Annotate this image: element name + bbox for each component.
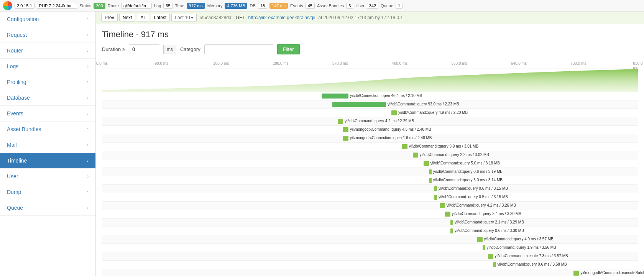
timeline-bar [477, 237, 483, 242]
next-button[interactable]: Next [119, 14, 136, 21]
timeline-bar-row: yii\db\Command::query 4.2 ms / 2.29 MB [102, 117, 638, 126]
timeline-bar-row: yii\db\Command::query 0.6 ms / 3.30 MB [102, 227, 638, 235]
infobar-nav: Prev Next All Latest Last 10 ▾ [101, 14, 197, 21]
status-value: 200 [94, 3, 105, 9]
sidebar-item-router[interactable]: Router› [0, 43, 95, 59]
sidebar-item-asset-bundles[interactable]: Asset Bundles› [0, 122, 95, 137]
timeline-bar-row: yii\db\Command::query 4.9 ms / 2.20 MB [102, 109, 638, 117]
sidebar-item-label: Configuration [7, 16, 39, 22]
status-label: Status [79, 3, 91, 8]
sidebar-item-label: Request [7, 32, 27, 38]
timeline-bar-row: yii\db\Command::query 5.0 ms / 3.18 MB [102, 159, 638, 168]
bar-label: yii\db\Command::query 4.9 ms / 2.20 MB [398, 110, 468, 115]
category-input[interactable] [204, 44, 273, 54]
bar-label: yii\db\Command::execute 7.3 ms / 3.57 MB [495, 254, 568, 258]
chevron-right-icon: › [87, 189, 89, 195]
ruler-mark-5: 460.0 ms [392, 61, 407, 66]
sidebar-item-label: Mail [7, 142, 17, 148]
bar-label: yii\db\Command::query 4.0 ms / 3.57 MB [484, 237, 554, 241]
latest-button[interactable]: Latest [151, 14, 170, 21]
request-hash: 5f5cae3a828da: [200, 15, 233, 20]
timeline-bar-row: yii\db\Command::query 93.0 ms / 2.23 MB [102, 100, 638, 109]
sidebar-item-dump[interactable]: Dump› [0, 184, 95, 200]
timeline-bar [322, 94, 348, 99]
bar-label: yii\db\Connection::open 46.4 ms / 2.10 M… [350, 94, 422, 98]
php-badge: PHP 7.2.24-0ubu... [37, 3, 77, 9]
sidebar-item-logs[interactable]: Logs› [0, 59, 95, 74]
timeline-bar-row: yii\mongodb\Command::executeBatch 4.9 ms… [102, 269, 638, 276]
route-label: Route [108, 3, 119, 8]
timeline-bar [434, 186, 437, 191]
sidebar-item-events[interactable]: Events› [0, 106, 95, 122]
sidebar-item-profiling[interactable]: Profiling› [0, 74, 95, 90]
timeline-bar-row: yii\db\Command::query 0.6 ms / 3.58 MB [102, 261, 638, 269]
chevron-right-icon: › [87, 111, 89, 116]
category-label: Category [180, 46, 200, 52]
sidebar-item-label: Dump [7, 189, 21, 195]
user-label: User [355, 3, 364, 8]
db-value: 18 [258, 3, 267, 9]
bar-label: yii\db\Command::query 0.5 ms / 3.15 MB [439, 195, 508, 199]
timeline-bar-row: yii\db\Command::execute 7.3 ms / 3.57 MB [102, 252, 638, 261]
timeline-ruler: 0.0 ms90.0 ms180.0 ms280.0 ms370.0 ms460… [102, 61, 638, 69]
ruler-mark-1: 90.0 ms [155, 61, 169, 66]
sidebar-item-request[interactable]: Request› [0, 27, 95, 43]
timeline-bar [440, 203, 445, 208]
ruler-mark-3: 280.0 ms [273, 61, 288, 66]
sidebar-item-configuration[interactable]: Configuration› [0, 12, 95, 27]
sidebar-item-label: Router [7, 48, 23, 54]
sidebar-item-label: Asset Bundles [7, 126, 41, 132]
chevron-right-icon: › [87, 48, 89, 53]
sidebar-item-timeline[interactable]: Timeline› [0, 153, 95, 169]
chevron-right-icon: › [87, 64, 89, 69]
sidebar: Configuration›Request›Router›Logs›Profil… [0, 12, 96, 276]
memory-value: 4.736 MB [225, 3, 247, 9]
last10-dropdown[interactable]: Last 10 ▾ [171, 14, 196, 21]
version-badge: 2.0.15.1 [15, 3, 34, 9]
bar-label: yii\db\Command::query 0.6 ms / 3.15 MB [439, 186, 508, 191]
sidebar-item-user[interactable]: User› [0, 169, 95, 184]
ruler-mark-2: 180.0 ms [213, 61, 229, 66]
chevron-right-icon: › [87, 158, 89, 163]
time-label: Time [175, 3, 184, 8]
bar-label: yii\db\Command::query 4.2 ms / 2.29 MB [345, 119, 414, 123]
memory-label: Memory [207, 3, 223, 8]
ruler-mark-8: 730.0 ms [570, 61, 586, 66]
timeline-bar [450, 228, 453, 233]
chevron-right-icon: › [87, 174, 89, 179]
timeline-bar-row: yii\db\Command::query 3.4 ms / 3.30 MB [102, 210, 638, 219]
ruler-mark-0: 0.0 ms [96, 61, 108, 66]
sidebar-item-label: Timeline [7, 158, 27, 164]
sidebar-item-label: Logs [7, 63, 18, 69]
sidebar-item-label: User [7, 173, 18, 179]
request-method: GET [236, 15, 245, 20]
chevron-right-icon: › [87, 142, 89, 148]
timeline-bar [338, 119, 343, 124]
request-url: http://yii2-example.geekbrains/gii [248, 15, 315, 20]
prev-button[interactable]: Prev [101, 14, 118, 21]
main-layout: Configuration›Request›Router›Logs›Profil… [0, 12, 644, 276]
sidebar-item-mail[interactable]: Mail› [0, 137, 95, 153]
ruler-mark-7: 640.0 ms [511, 61, 527, 66]
log-value: 65 [163, 3, 172, 9]
db-label: DB [250, 3, 255, 8]
events-label: Events [290, 3, 303, 8]
timeline-bar [343, 127, 348, 132]
timeline-bar [493, 262, 496, 267]
events-value: 45 [306, 3, 315, 9]
timeline-inner: 0.0 ms90.0 ms180.0 ms280.0 ms370.0 ms460… [96, 61, 644, 276]
all-button[interactable]: All [137, 14, 149, 21]
filter-button[interactable]: Filter [277, 44, 300, 54]
timeline-bar-row: yii\mongodb\Command::query 4.5 ms / 2.48… [102, 126, 638, 134]
timeline-bar-row: yii\db\Command::query 2.2 ms / 3.02 MB [102, 151, 638, 159]
sidebar-item-database[interactable]: Database› [0, 90, 95, 106]
content-area: Prev Next All Latest Last 10 ▾ 5f5cae3a8… [96, 12, 644, 276]
timeline-bar [429, 178, 432, 183]
timeline-bar [402, 144, 407, 149]
sidebar-item-queue[interactable]: Queue› [0, 200, 95, 216]
bar-label: yii\db\Command::query 3.4 ms / 3.30 MB [452, 212, 521, 216]
chevron-right-icon: › [87, 16, 89, 22]
bar-label: yii\db\Command::query 0.6 ms / 3.19 MB [433, 169, 503, 174]
duration-input[interactable] [129, 44, 159, 54]
timeline-chart[interactable]: 0.0 ms90.0 ms180.0 ms280.0 ms370.0 ms460… [96, 61, 644, 276]
